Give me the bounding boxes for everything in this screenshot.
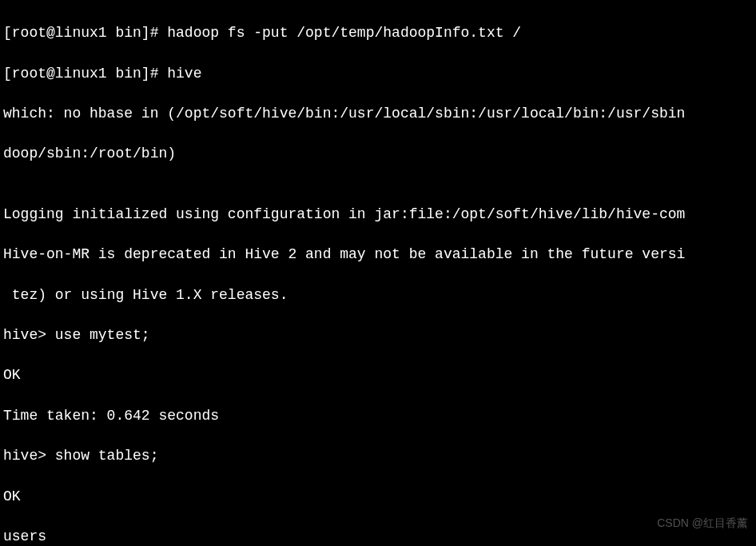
time-taken-line: Time taken: 0.642 seconds — [3, 406, 753, 426]
command-line: [root@linux1 bin]# hive — [3, 64, 753, 84]
output-line: Hive-on-MR is deprecated in Hive 2 and m… — [3, 245, 753, 265]
output-line: tez) or using Hive 1.X releases. — [3, 285, 753, 305]
ok-line: OK — [3, 365, 753, 385]
output-line: Logging initialized using configuration … — [3, 205, 753, 225]
table-name-line: users — [3, 527, 753, 546]
ok-line: OK — [3, 487, 753, 507]
watermark: CSDN @红目香薰 — [657, 516, 748, 532]
output-line: doop/sbin:/root/bin) — [3, 144, 753, 164]
hive-command: hive> use mytest; — [3, 325, 753, 345]
command-line: [root@linux1 bin]# hadoop fs -put /opt/t… — [3, 23, 753, 43]
terminal-output[interactable]: [root@linux1 bin]# hadoop fs -put /opt/t… — [3, 3, 753, 546]
hive-command: hive> show tables; — [3, 446, 753, 466]
output-line: which: no hbase in (/opt/soft/hive/bin:/… — [3, 104, 753, 124]
